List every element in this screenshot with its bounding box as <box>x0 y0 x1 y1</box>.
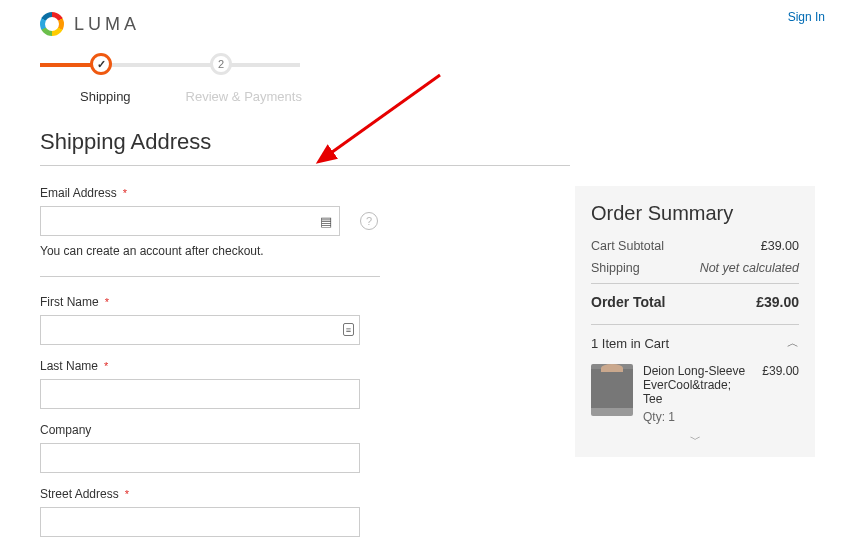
cart-item: Deion Long-Sleeve EverCool&trade; Tee Qt… <box>591 364 799 424</box>
first-name-field[interactable] <box>40 315 360 345</box>
autofill-icon: ▤ <box>320 214 334 228</box>
sign-in-link[interactable]: Sign In <box>788 10 825 24</box>
logo[interactable]: LUMA <box>40 12 815 36</box>
checkmark-icon: ✓ <box>97 58 106 71</box>
cart-items-toggle[interactable]: 1 Item in Cart ︿ <box>591 324 799 352</box>
shipping-value: Not yet calculated <box>700 261 799 275</box>
autofill-contact-icon: ≡ <box>343 323 354 336</box>
total-value: £39.00 <box>756 294 799 310</box>
company-field[interactable] <box>40 443 360 473</box>
company-label: Company <box>40 423 380 437</box>
help-icon[interactable]: ? <box>360 212 378 230</box>
form-divider <box>40 276 380 277</box>
product-qty: Qty: 1 <box>643 410 752 424</box>
product-price: £39.00 <box>762 364 799 424</box>
chevron-down-icon[interactable]: ﹀ <box>591 432 799 447</box>
last-name-field[interactable] <box>40 379 360 409</box>
product-thumbnail <box>591 364 633 416</box>
checkout-progress: ✓ 2 <box>40 51 300 81</box>
email-label: Email Address <box>40 186 380 200</box>
page-title: Shipping Address <box>40 129 815 155</box>
shipping-label: Shipping <box>591 261 640 275</box>
subtotal-value: £39.00 <box>761 239 799 253</box>
step-shipping-label: Shipping <box>80 89 131 104</box>
chevron-up-icon: ︿ <box>787 335 799 352</box>
title-divider <box>40 165 570 166</box>
street-field-1[interactable] <box>40 507 360 537</box>
summary-title: Order Summary <box>591 202 799 225</box>
email-field[interactable] <box>40 206 340 236</box>
luma-logo-icon <box>40 12 64 36</box>
first-name-label: First Name <box>40 295 380 309</box>
step-shipping-node: ✓ <box>90 53 112 75</box>
last-name-label: Last Name <box>40 359 380 373</box>
order-summary: Order Summary Cart Subtotal £39.00 Shipp… <box>575 186 815 457</box>
subtotal-label: Cart Subtotal <box>591 239 664 253</box>
step-review-node: 2 <box>210 53 232 75</box>
total-label: Order Total <box>591 294 665 310</box>
street-label: Street Address <box>40 487 380 501</box>
logo-text: LUMA <box>74 14 140 35</box>
cart-count-label: 1 Item in Cart <box>591 336 669 351</box>
product-name: Deion Long-Sleeve EverCool&trade; Tee <box>643 364 752 406</box>
email-hint: You can create an account after checkout… <box>40 244 380 258</box>
step-review-label: Review & Payments <box>186 89 302 104</box>
